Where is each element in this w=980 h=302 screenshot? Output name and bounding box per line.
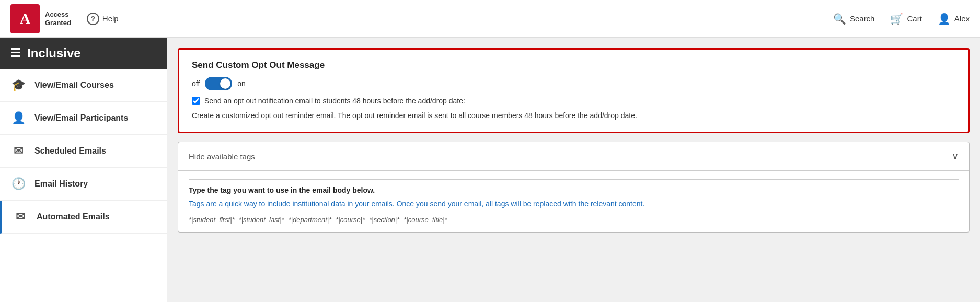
sidebar-item-automated-emails[interactable]: ✉ Automated Emails xyxy=(0,201,167,234)
content-area: Send Custom Opt Out Message off on Send … xyxy=(167,38,980,302)
toggle-off-label: off xyxy=(192,79,200,88)
send-custom-card: Send Custom Opt Out Message off on Send … xyxy=(178,48,970,133)
main-layout: ☰ Inclusive 🎓 View/Email Courses 👤 View/… xyxy=(0,38,980,302)
user-button[interactable]: 👤 Alex xyxy=(938,13,970,25)
tag-department: *|department|* xyxy=(289,216,332,224)
opt-out-description: Create a customized opt out reminder ema… xyxy=(192,110,955,121)
tag-student-last: *|student_last|* xyxy=(239,216,284,224)
toggle-row: off on xyxy=(192,77,955,90)
help-icon: ? xyxy=(87,13,99,25)
user-icon: 👤 xyxy=(938,13,951,25)
tags-instruction: Type the tag you want to use in the emai… xyxy=(189,186,959,194)
checkbox-row: Send an opt out notification email to st… xyxy=(192,97,955,105)
cart-icon: 🛒 xyxy=(890,13,903,25)
scheduled-icon: ✉ xyxy=(10,144,26,158)
tag-section: *|section|* xyxy=(369,216,399,224)
tag-student-first: *|student_first|* xyxy=(189,216,235,224)
tags-list: *|student_first|* *|student_last|* *|dep… xyxy=(189,216,959,224)
tags-card: Hide available tags ∨ Type the tag you w… xyxy=(178,142,970,233)
opt-out-48h-label: Send an opt out notification email to st… xyxy=(204,97,465,105)
tag-course: *|course|* xyxy=(336,216,365,224)
nav-right: 🔍 Search 🛒 Cart 👤 Alex xyxy=(833,13,970,25)
toggle-knob xyxy=(220,78,230,89)
tags-description: Tags are a quick way to include institut… xyxy=(189,199,959,210)
sidebar-item-view-email-courses[interactable]: 🎓 View/Email Courses xyxy=(0,69,167,102)
send-custom-title: Send Custom Opt Out Message xyxy=(192,60,955,71)
cart-button[interactable]: 🛒 Cart xyxy=(890,13,921,25)
chevron-down-icon: ∨ xyxy=(952,150,959,162)
help-button[interactable]: ? Help xyxy=(87,13,119,25)
opt-out-toggle[interactable] xyxy=(205,77,232,90)
history-icon: 🕐 xyxy=(10,177,26,191)
opt-out-48h-checkbox[interactable] xyxy=(192,97,200,105)
courses-icon: 🎓 xyxy=(10,78,26,92)
sidebar-item-scheduled-emails[interactable]: ✉ Scheduled Emails xyxy=(0,135,167,168)
sidebar-item-view-email-participants[interactable]: 👤 View/Email Participants xyxy=(0,102,167,135)
tags-content: Type the tag you want to use in the emai… xyxy=(178,171,969,232)
sidebar-header: ☰ Inclusive xyxy=(0,38,167,69)
automated-icon: ✉ xyxy=(13,210,28,224)
sidebar: ☰ Inclusive 🎓 View/Email Courses 👤 View/… xyxy=(0,38,167,302)
search-icon: 🔍 xyxy=(833,13,846,25)
logo-icon: A xyxy=(10,4,40,33)
search-button[interactable]: 🔍 Search xyxy=(833,13,875,25)
toggle-on-label: on xyxy=(237,79,246,88)
participants-icon: 👤 xyxy=(10,111,26,125)
tag-course-title: *|course_title|* xyxy=(403,216,447,224)
tags-header[interactable]: Hide available tags ∨ xyxy=(178,142,969,171)
sidebar-item-email-history[interactable]: 🕐 Email History xyxy=(0,168,167,201)
top-nav: A Access Granted ? Help 🔍 Search 🛒 Cart … xyxy=(0,0,980,38)
tags-header-text: Hide available tags xyxy=(189,152,255,161)
menu-icon: ☰ xyxy=(10,47,21,60)
logo-area[interactable]: A Access Granted xyxy=(10,4,71,33)
logo-text: Access Granted xyxy=(45,10,71,27)
